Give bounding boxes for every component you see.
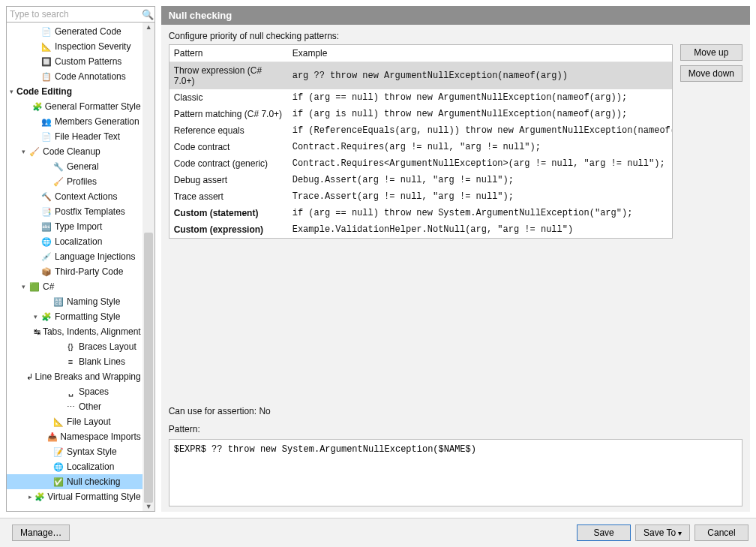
search-icon[interactable]: 🔍 (141, 8, 154, 21)
tree-item[interactable]: ▸🔧General (7, 159, 154, 174)
tree-item[interactable]: ▾🟩C# (7, 279, 154, 294)
table-header: Pattern Example (170, 45, 672, 62)
expander-open-icon[interactable]: ▾ (19, 148, 28, 155)
table-row[interactable]: Custom (statement)if (arg == null) throw… (170, 205, 672, 221)
tree-item-label: Localization (67, 461, 114, 472)
table-row[interactable]: Code contractContract.Requires(arg != nu… (170, 139, 672, 155)
tree-item[interactable]: ▸💉Language Injections (7, 249, 154, 264)
tree-item-label: Code Editing (16, 86, 72, 97)
tree-item[interactable]: ▸👥Members Generation (7, 114, 154, 129)
tree-item-label: Context Actions (55, 191, 117, 202)
table-row[interactable]: Debug assertDebug.Assert(arg != null, "a… (170, 172, 672, 188)
scroll-up-icon[interactable]: ▲ (146, 23, 152, 31)
tree-item-label: General Formatter Style (45, 101, 141, 112)
cell-example: if (ReferenceEquals(arg, null)) throw ne… (288, 122, 672, 139)
cell-pattern: Throw expression (C# 7.0+) (170, 62, 288, 89)
expander-open-icon[interactable]: ▾ (31, 313, 40, 320)
tree-item-label: Braces Layout (79, 341, 136, 352)
tree-item-label: Members Generation (55, 116, 140, 127)
save-button[interactable]: Save (577, 524, 631, 541)
tree-item[interactable]: ▸✅Null checking (7, 474, 154, 489)
tree-item[interactable]: ▸🔲Custom Patterns (7, 54, 154, 69)
tree-icon: 📐 (52, 416, 64, 428)
scrollbar-thumb[interactable] (144, 233, 153, 503)
tree-item[interactable]: ▸␣Spaces (7, 384, 154, 399)
tree-item-label: Third-Party Code (55, 266, 123, 277)
tree-item-label: Generated Code (55, 26, 122, 37)
footer: Manage… Save Save To Cancel (0, 518, 756, 547)
tree-item-label: Postfix Templates (55, 206, 125, 217)
table-row[interactable]: Classicif (arg == null) throw new Argume… (170, 89, 672, 106)
tree-item[interactable]: ▸📄File Header Text (7, 129, 154, 144)
tree-item[interactable]: ▸📐File Layout (7, 414, 154, 429)
sidebar: 🔍 ▸📄Generated Code▸📐Inspection Severity▸… (6, 6, 155, 512)
tree-item[interactable]: ▸🌐Localization (7, 459, 154, 474)
tree-icon: 🔤 (40, 221, 52, 233)
move-down-button[interactable]: Move down (680, 65, 742, 82)
table-row[interactable]: Reference equalsif (ReferenceEquals(arg,… (170, 122, 672, 139)
tree-icon: 🧹 (52, 176, 64, 188)
scroll-down-icon[interactable]: ▼ (146, 503, 152, 510)
expander-open-icon[interactable]: ▾ (7, 88, 16, 95)
manage-button[interactable]: Manage… (12, 524, 70, 541)
tree-item[interactable]: ▾🧩Formatting Style (7, 309, 154, 324)
tree-icon: 🌐 (52, 461, 64, 473)
tree-item[interactable]: ▸📝Syntax Style (7, 444, 154, 459)
tree-icon: 👥 (40, 116, 52, 128)
tree-item[interactable]: ▸📄Generated Code (7, 24, 154, 39)
tree-item[interactable]: ▾🧹Code Cleanup (7, 144, 154, 159)
scrollbar-track[interactable]: ▲ ▼ (142, 23, 154, 511)
cell-pattern: Code contract (generic) (170, 155, 288, 172)
tree-item[interactable]: ▸📥Namespace Imports (7, 429, 154, 444)
tree-icon: 🧹 (28, 146, 40, 158)
tree-item[interactable]: ▸↹Tabs, Indents, Alignment (7, 324, 154, 339)
tree-item[interactable]: ▸↲Line Breaks and Wrapping (7, 369, 154, 384)
col-header-example[interactable]: Example (288, 45, 672, 62)
tree-item[interactable]: ▸⋯Other (7, 399, 154, 414)
cell-example: Trace.Assert(arg != null, "arg != null")… (288, 188, 672, 205)
tree-item[interactable]: ▸≡Blank Lines (7, 354, 154, 369)
tree-item[interactable]: ▾Code Editing (7, 84, 154, 99)
settings-tree[interactable]: ▸📄Generated Code▸📐Inspection Severity▸🔲C… (6, 23, 155, 512)
save-to-button[interactable]: Save To (635, 524, 690, 541)
table-row[interactable]: Throw expression (C# 7.0+)arg ?? throw n… (170, 62, 672, 89)
table-row[interactable]: Pattern matching (C# 7.0+)if (arg is nul… (170, 106, 672, 122)
tree-icon: 🔨 (40, 191, 52, 203)
cell-example: Contract.Requires<ArgumentNullException>… (288, 155, 672, 172)
tree-item-label: Spaces (79, 386, 109, 397)
tree-item[interactable]: ▸🧩General Formatter Style (7, 99, 154, 114)
search-input[interactable] (7, 8, 141, 21)
tree-item[interactable]: ▸🔨Context Actions (7, 189, 154, 204)
cancel-button[interactable]: Cancel (694, 524, 748, 541)
tree-item[interactable]: ▸🧩Virtual Formatting Style (7, 489, 154, 504)
tree-item-label: Null checking (67, 476, 120, 487)
col-header-pattern[interactable]: Pattern (170, 45, 288, 62)
tree-item[interactable]: ▸📋Code Annotations (7, 69, 154, 84)
tree-item[interactable]: ▸🔤Type Import (7, 219, 154, 234)
tree-item[interactable]: ▸📦Third-Party Code (7, 264, 154, 279)
tree-icon: 💉 (40, 251, 52, 263)
table-row[interactable]: Custom (expression)Example.ValidationHel… (170, 221, 672, 238)
tree-item-label: Language Injections (55, 251, 135, 262)
tree-item[interactable]: ▸🔠Naming Style (7, 294, 154, 309)
expander-closed-icon[interactable]: ▸ (26, 493, 34, 500)
tree-item-label: Line Breaks and Wrapping (35, 371, 141, 382)
tree-item[interactable]: ▸📑Postfix Templates (7, 204, 154, 219)
tree-item[interactable]: ▸📐Inspection Severity (7, 39, 154, 54)
tree-item[interactable]: ▸{}Braces Layout (7, 339, 154, 354)
table-row[interactable]: Trace assertTrace.Assert(arg != null, "a… (170, 188, 672, 205)
tree-icon: 🧩 (32, 101, 43, 113)
tree-item[interactable]: ▸🧹Profiles (7, 174, 154, 189)
tree-item-label: Formatting Style (55, 311, 120, 322)
tree-icon: 📥 (47, 431, 58, 443)
expander-open-icon[interactable]: ▾ (19, 283, 28, 290)
search-box[interactable]: 🔍 (6, 6, 155, 23)
tree-item[interactable]: ▸🌐Localization (7, 234, 154, 249)
move-up-button[interactable]: Move up (680, 44, 742, 61)
cell-example: Contract.Requires(arg != null, "arg != n… (288, 139, 672, 155)
pattern-textarea[interactable] (169, 439, 742, 506)
tree-icon: 🌐 (40, 236, 52, 248)
tree-item-label: Custom Patterns (55, 56, 122, 67)
assertion-label: Can use for assertion: No (169, 406, 742, 416)
table-row[interactable]: Code contract (generic)Contract.Requires… (170, 155, 672, 172)
